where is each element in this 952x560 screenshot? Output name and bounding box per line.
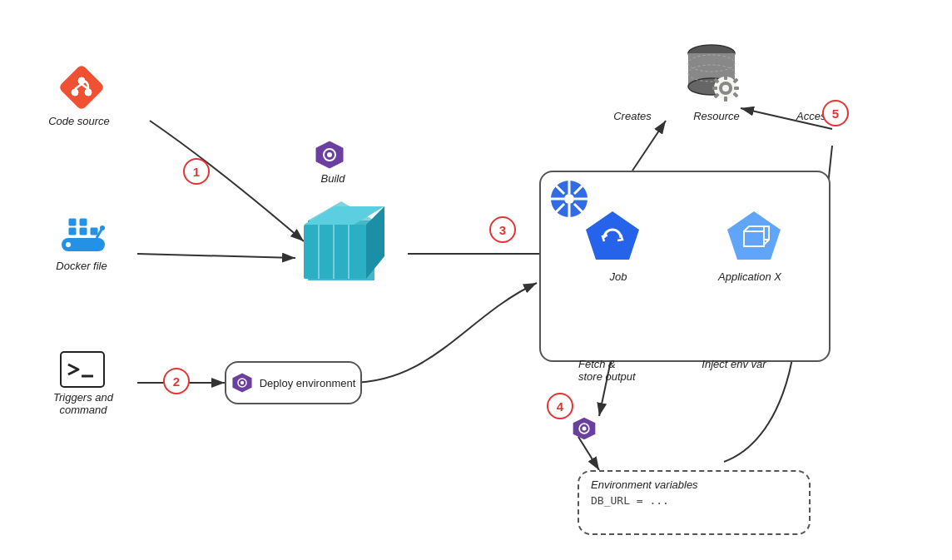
triggers-command-label: Triggers and command — [42, 391, 125, 416]
svg-marker-45 — [727, 211, 781, 260]
svg-point-33 — [240, 381, 244, 384]
svg-point-17 — [66, 242, 71, 247]
creates-label: Creates — [607, 110, 657, 122]
fetch-store-label: Fetch &store output — [578, 358, 653, 383]
svg-rect-10 — [68, 227, 77, 235]
terminal-icon — [60, 351, 105, 391]
deploy-environment-box: Deploy environment — [225, 361, 362, 404]
qovery-build-icon — [315, 140, 345, 173]
application-x-icon — [724, 208, 784, 271]
svg-point-16 — [100, 225, 105, 230]
code-source-label: Code source — [46, 115, 112, 127]
svg-rect-13 — [68, 218, 77, 226]
svg-rect-14 — [79, 218, 87, 226]
env-vars-value: DB_URL = ... — [591, 494, 797, 507]
env-vars-box: Environment variables DB_URL = ... — [578, 470, 811, 535]
diagram: Code source Docker file T — [0, 0, 952, 560]
circle-4: 4 — [547, 393, 573, 419]
circle-5: 5 — [822, 100, 849, 126]
svg-rect-57 — [724, 75, 727, 80]
job-icon — [583, 208, 642, 271]
svg-rect-12 — [90, 227, 98, 235]
svg-point-22 — [327, 152, 332, 157]
docker-file-label: Docker file — [48, 260, 115, 272]
git-icon — [57, 62, 107, 116]
build-label: Build — [310, 172, 356, 185]
svg-rect-58 — [724, 97, 727, 102]
env-vars-title: Environment variables — [591, 478, 797, 491]
svg-rect-18 — [61, 352, 104, 387]
svg-rect-11 — [79, 227, 87, 235]
circle-2: 2 — [163, 368, 190, 394]
svg-point-4 — [72, 89, 78, 96]
svg-point-56 — [722, 85, 729, 92]
circle-3: 3 — [489, 216, 516, 243]
svg-point-67 — [583, 427, 587, 431]
cube-icon — [291, 191, 399, 295]
svg-marker-44 — [586, 211, 639, 260]
svg-rect-25 — [304, 225, 366, 279]
database-icon — [682, 40, 741, 106]
qovery-small-icon — [572, 416, 597, 444]
svg-rect-60 — [734, 87, 739, 90]
circle-1: 1 — [183, 158, 210, 185]
inject-env-label: Inject env var — [692, 358, 776, 370]
docker-icon — [60, 215, 107, 260]
svg-rect-59 — [712, 87, 717, 90]
deploy-env-label: Deploy environment — [260, 377, 356, 389]
svg-marker-27 — [366, 206, 384, 279]
job-label: Job — [597, 270, 639, 283]
application-x-label: Application X — [712, 270, 787, 283]
resource-label: Resource — [687, 110, 746, 122]
svg-rect-2 — [58, 64, 106, 112]
svg-point-35 — [564, 194, 574, 204]
